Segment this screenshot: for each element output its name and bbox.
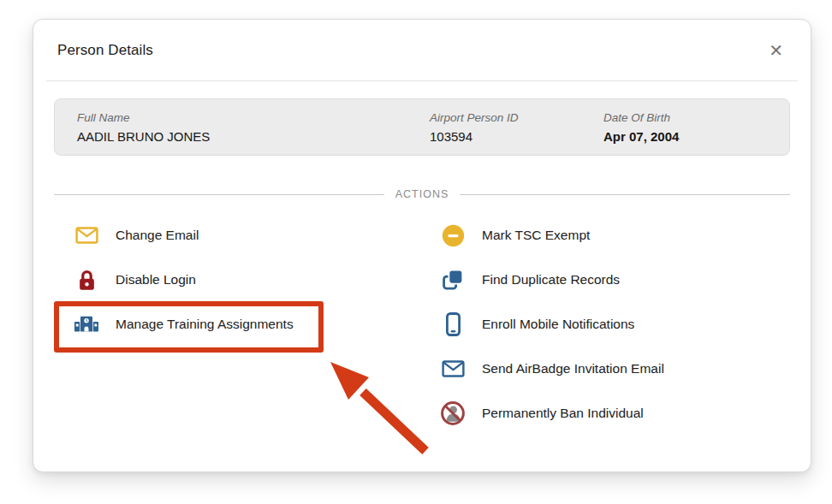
action-label: Permanently Ban Individual: [482, 406, 644, 421]
actions-column-right: Mark TSC Exempt Find Duplicate Records: [422, 222, 790, 444]
action-label: Find Duplicate Records: [482, 272, 620, 288]
envelope-icon: [74, 227, 99, 244]
action-disable-login[interactable]: Disable Login: [74, 266, 422, 294]
envelope-icon: [440, 360, 466, 377]
duplicate-icon: [440, 269, 466, 291]
field-full-name: Full Name AADIL BRUNO JONES: [77, 111, 430, 144]
actions-divider-label: ACTIONS: [384, 188, 461, 200]
lock-icon: [74, 270, 99, 291]
field-value: 103594: [430, 129, 603, 144]
action-label: Manage Training Assignments: [116, 317, 294, 332]
modal-header: Person Details ✕: [33, 20, 811, 80]
field-airport-person-id: Airport Person ID 103594: [430, 111, 603, 144]
action-label: Disable Login: [116, 272, 196, 288]
actions-column-left: Change Email Disable Login: [54, 222, 422, 444]
field-date-of-birth: Date Of Birth Apr 07, 2004: [603, 111, 767, 144]
actions-grid: Change Email Disable Login: [33, 222, 811, 444]
action-change-email[interactable]: Change Email: [74, 222, 422, 249]
actions-divider: ACTIONS: [54, 188, 790, 200]
action-manage-training-assignments[interactable]: Manage Training Assignments: [74, 311, 422, 338]
field-label: Date Of Birth: [603, 111, 767, 124]
minus-circle-icon: [440, 224, 466, 247]
person-info-bar: Full Name AADIL BRUNO JONES Airport Pers…: [54, 98, 790, 156]
action-label: Change Email: [116, 228, 199, 243]
action-enroll-mobile-notifications[interactable]: Enroll Mobile Notifications: [440, 311, 790, 338]
divider-line: [54, 194, 384, 195]
action-label: Send AirBadge Invitation Email: [482, 361, 664, 377]
action-label: Enroll Mobile Notifications: [482, 317, 634, 332]
field-label: Airport Person ID: [430, 111, 603, 124]
ban-person-icon: [440, 400, 466, 426]
school-icon: [74, 314, 99, 335]
person-details-modal: Person Details ✕ Full Name AADIL BRUNO J…: [33, 19, 811, 472]
modal-title: Person Details: [57, 42, 153, 59]
close-button[interactable]: ✕: [765, 39, 787, 62]
person-info-section: Full Name AADIL BRUNO JONES Airport Pers…: [33, 81, 811, 156]
action-send-airbadge-invitation-email[interactable]: Send AirBadge Invitation Email: [440, 355, 790, 382]
action-label: Mark TSC Exempt: [482, 228, 590, 243]
field-value: Apr 07, 2004: [603, 129, 767, 144]
mobile-phone-icon: [440, 312, 466, 336]
field-label: Full Name: [77, 111, 430, 124]
action-mark-tsc-exempt[interactable]: Mark TSC Exempt: [440, 222, 790, 249]
action-permanently-ban-individual[interactable]: Permanently Ban Individual: [440, 400, 790, 427]
action-find-duplicate-records[interactable]: Find Duplicate Records: [440, 266, 790, 294]
divider-line: [460, 194, 790, 195]
field-value: AADIL BRUNO JONES: [77, 129, 430, 144]
close-icon: ✕: [769, 41, 783, 60]
